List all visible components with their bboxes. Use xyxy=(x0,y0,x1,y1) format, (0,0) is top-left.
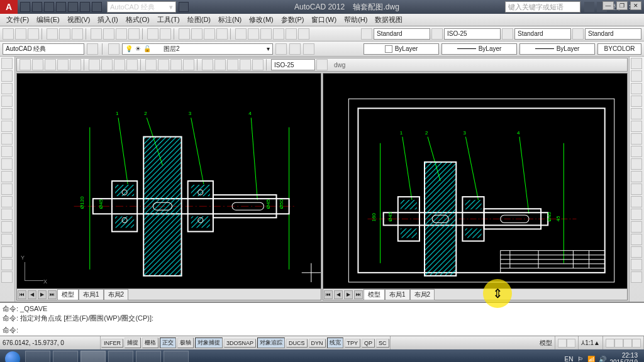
dimstyle-icon[interactable] xyxy=(316,59,328,70)
layer-states-icon[interactable] xyxy=(275,43,287,55)
circle-icon[interactable] xyxy=(1,83,13,94)
menu-window[interactable]: 窗口(W) xyxy=(308,14,340,26)
tab-model[interactable]: 模型 xyxy=(364,289,385,300)
hatch-icon[interactable] xyxy=(1,146,13,157)
start-button[interactable] xyxy=(1,350,24,362)
command-prompt[interactable]: 命令: xyxy=(3,326,641,335)
mdi-close-icon[interactable]: ✕ xyxy=(630,1,641,10)
open-icon[interactable] xyxy=(15,28,26,40)
dimdiameter-icon[interactable] xyxy=(101,59,113,70)
qat-redo-icon[interactable] xyxy=(92,2,102,12)
qat-undo-icon[interactable] xyxy=(80,2,90,12)
join-icon[interactable] xyxy=(631,209,642,220)
menu-draw[interactable]: 绘图(D) xyxy=(184,14,214,26)
chamfer-icon[interactable] xyxy=(631,221,642,233)
lineweight-combo[interactable]: ByLayer xyxy=(519,43,595,55)
menu-insert[interactable]: 插入(I) xyxy=(94,14,121,26)
zoom-icon[interactable] xyxy=(191,28,203,40)
tab-layout1[interactable]: 布局1 xyxy=(385,289,410,300)
ws-settings-icon[interactable] xyxy=(87,43,98,55)
menu-dataview[interactable]: 数据视图 xyxy=(371,14,406,26)
tab-prev-icon[interactable]: ◀ xyxy=(28,290,36,299)
model-canvas-left[interactable]: 1 2 3 4 xyxy=(17,74,321,288)
donut-icon[interactable] xyxy=(1,259,13,270)
table-style-combo[interactable]: Standard xyxy=(514,28,571,40)
dimspace-icon[interactable] xyxy=(170,59,182,70)
menu-help[interactable]: 帮助(H) xyxy=(340,14,371,26)
dimordinate-icon[interactable] xyxy=(70,59,81,70)
mdi-minimize-icon[interactable]: — xyxy=(602,1,614,10)
toggle-tpy[interactable]: TPY xyxy=(345,339,361,348)
tray-date[interactable]: 2015/7/19 xyxy=(610,359,638,362)
dimaligned-icon[interactable] xyxy=(45,59,56,70)
text-icon[interactable] xyxy=(1,171,13,182)
tray-icon-2[interactable] xyxy=(614,339,623,348)
dimjogged-icon[interactable] xyxy=(126,59,138,70)
qat-open-icon[interactable] xyxy=(32,2,42,12)
task-app1[interactable] xyxy=(108,351,133,362)
dimbaseline-icon[interactable] xyxy=(158,59,169,70)
layer-iso-icon[interactable] xyxy=(289,43,301,55)
paste-icon[interactable] xyxy=(116,28,127,40)
menu-modify[interactable]: 修改(M) xyxy=(245,14,277,26)
model-canvas-right[interactable]: 1 2 3 4 xyxy=(323,74,627,288)
layer-props-icon[interactable] xyxy=(108,43,119,55)
point-icon[interactable] xyxy=(1,158,13,170)
task-autocad[interactable] xyxy=(80,351,106,362)
mirror-icon[interactable] xyxy=(631,83,642,94)
arc-icon[interactable] xyxy=(1,96,13,107)
tab-last-icon[interactable]: ⏭ xyxy=(354,290,363,299)
toggle-qp[interactable]: QP xyxy=(362,339,375,348)
dimedit-icon[interactable] xyxy=(227,59,238,70)
infocenter-icon[interactable] xyxy=(584,2,594,12)
dimcontinue-icon[interactable] xyxy=(145,59,157,70)
dimlinear-icon[interactable] xyxy=(32,59,43,70)
dimarc-icon[interactable] xyxy=(57,59,69,70)
toggle-osnap[interactable]: 对象捕捉 xyxy=(195,337,223,348)
pan-icon[interactable] xyxy=(179,28,190,40)
menu-parametric[interactable]: 参数(P) xyxy=(277,14,308,26)
tab-last-icon[interactable]: ⏭ xyxy=(48,290,57,299)
publish-icon[interactable] xyxy=(72,28,83,40)
status-model[interactable]: 模型 xyxy=(537,336,555,349)
toggle-otrack[interactable]: 对象追踪 xyxy=(257,337,285,348)
tab-first-icon[interactable]: ⏮ xyxy=(324,290,333,299)
task-explorer[interactable] xyxy=(25,351,50,362)
text-style-combo[interactable]: Standard xyxy=(374,28,430,40)
block-icon[interactable] xyxy=(1,184,13,195)
toggle-polar[interactable]: 极轴 xyxy=(177,337,194,348)
align-icon[interactable] xyxy=(631,272,642,283)
status-annoscale[interactable]: ⅄ 1:1 ▲ xyxy=(579,336,603,349)
tolerance-icon[interactable] xyxy=(202,59,213,70)
menu-dimension[interactable]: 标注(N) xyxy=(214,14,245,26)
revcloud-icon[interactable] xyxy=(1,246,13,258)
calc-icon[interactable] xyxy=(298,28,309,40)
explode-icon[interactable] xyxy=(631,246,642,258)
line-icon[interactable] xyxy=(1,58,13,69)
status-icon-2[interactable] xyxy=(567,339,575,348)
qat-extra-icon[interactable] xyxy=(179,2,189,12)
dimangular-icon[interactable] xyxy=(114,59,125,70)
zoom-window-icon[interactable] xyxy=(204,28,215,40)
toggle-ducs[interactable]: DUCS xyxy=(286,339,308,348)
dimtedit-icon[interactable] xyxy=(240,59,251,70)
grip-icon[interactable] xyxy=(19,59,31,70)
table-icon[interactable] xyxy=(1,209,13,220)
command-window[interactable]: 命令: _QSAVE 命令: 指定对角点或 [栏选(F)/圈围(WP)/圈交(C… xyxy=(0,302,644,336)
tray-flag-icon[interactable]: 🏳 xyxy=(577,356,584,363)
insert-icon[interactable] xyxy=(1,196,13,207)
linetype-combo[interactable]: ByLayer xyxy=(441,43,517,55)
search-input[interactable]: 键入关键字或短语 xyxy=(505,1,580,13)
tray-net-icon[interactable]: 📶 xyxy=(587,356,595,363)
tab-layout1[interactable]: 布局1 xyxy=(79,289,104,300)
qat-save-icon[interactable] xyxy=(44,2,54,12)
lang-indicator[interactable]: EN xyxy=(565,356,574,363)
erase-icon[interactable] xyxy=(631,58,642,69)
redo-icon[interactable] xyxy=(160,28,171,40)
stretch-icon[interactable] xyxy=(631,158,642,170)
layer-combo[interactable]: 💡 ☀ 🔓 图层2 ▾ xyxy=(122,43,273,55)
menu-view[interactable]: 视图(V) xyxy=(64,14,94,26)
menu-edit[interactable]: 编辑(E) xyxy=(33,14,64,26)
lengthen-icon[interactable] xyxy=(631,259,642,270)
qat-saveas-icon[interactable] xyxy=(56,2,66,12)
